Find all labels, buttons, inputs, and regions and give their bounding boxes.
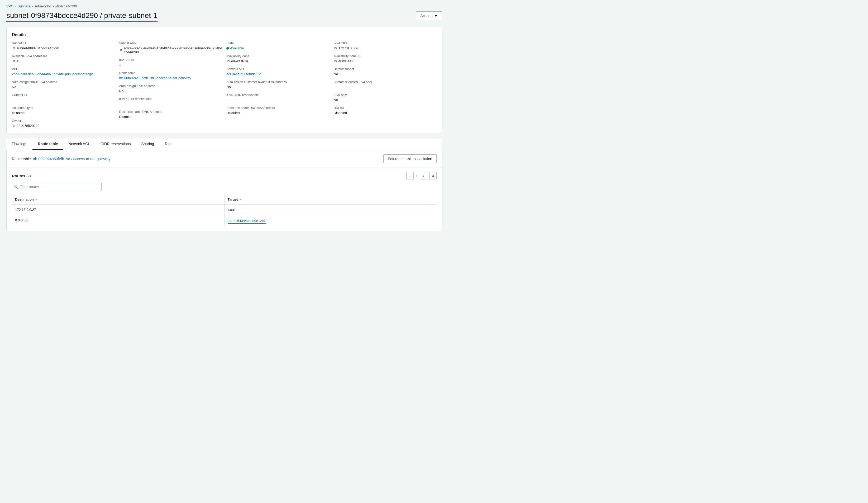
routes-section: Routes (2) ‹ 1 › ⚙ 🔍 (7, 168, 442, 230)
resource-dns-aaaa-label: Resource name DNS AAAA record (226, 106, 330, 110)
auto-assign-ipv6-label: Auto-assign IPv6 address (119, 84, 223, 88)
availability-zone-label: Availability Zone (226, 54, 330, 58)
available-ipv4-item: Available IPv4 addresses ⧉ 10 (12, 54, 115, 63)
target-cell: nat-0e54344cbbd9812e7 (224, 215, 437, 227)
actions-label: Actions (420, 14, 432, 18)
dns64-label: DNS64 (334, 106, 437, 110)
details-grid: Subnet ID ⧉ subnet-0f98734bdcce4d290 Ava… (12, 41, 437, 128)
search-icon: 🔍 (14, 185, 19, 189)
ipv6-cidr-reservations-item: IPv6 CIDR reservations – (226, 93, 330, 102)
default-subnet-item: Default subnet No (334, 67, 437, 76)
tab-network-acl[interactable]: Network ACL (63, 138, 95, 150)
route-table-label: Route table (119, 71, 223, 75)
owner-copy-icon[interactable]: ⧉ (12, 124, 16, 128)
resource-dns-aaaa-item: Resource name DNS AAAA record Disabled (226, 106, 330, 115)
ipv4-cidr-item: IPv4 CIDR ⧉ 172.18.0.0/28 (334, 41, 437, 50)
routes-title: Routes (12, 174, 25, 178)
details-heading: Details (12, 32, 437, 37)
network-acl-link[interactable]: acl-04ba5f56fefbdc63c (226, 72, 261, 76)
route-table-item: Route table rtb-00fa924a80fefb19d | acce… (119, 71, 223, 80)
ipv4-cidr-label: IPv4 CIDR (334, 41, 437, 45)
destination-value: 0.0.0.0/0 (15, 218, 29, 223)
available-ipv4-label: Available IPv4 addresses (12, 54, 115, 58)
tabs-container: Flow logs Route table Network ACL CIDR r… (6, 138, 442, 150)
default-subnet-label: Default subnet (334, 67, 437, 71)
network-acl-item: Network ACL acl-04ba5f56fefbdc63c (226, 67, 330, 76)
available-ipv4-copy-icon[interactable]: ⧉ (12, 59, 16, 63)
route-table-section-link[interactable]: rtb-00fa924a80fefb19d / access-to-nat-ga… (33, 157, 110, 161)
tab-tags[interactable]: Tags (159, 138, 178, 150)
table-row: 172.18.0.0/27local (12, 204, 437, 215)
destination-cell: 172.18.0.0/27 (12, 204, 224, 215)
breadcrumb-vpc-link[interactable]: VPC (6, 4, 13, 8)
ipv6-cidr-reservations-label: IPv6 CIDR reservations (226, 93, 330, 97)
target-cell: local (224, 204, 437, 215)
owner-item: Owner ⧉ 284078529228 (12, 119, 115, 128)
ipv4-cidr-reservations-label: IPv4 CIDR reservations (119, 97, 223, 101)
target-link[interactable]: nat-0e54344cbbd9812e7 (228, 219, 266, 224)
auto-assign-ipv4-item: Auto-assign public IPv4 address No (12, 80, 115, 89)
state-dot-icon (226, 47, 229, 50)
customer-ipv4-pool-item: Customer-owned IPv4 pool – (334, 80, 437, 89)
availability-zone-item: Availability Zone ⧉ eu-west-1a (226, 54, 330, 63)
subnet-arn-item: Subnet ARN ⧉ arn:aws:ec2:eu-west-1:28407… (119, 41, 223, 54)
az-id-copy-icon[interactable]: ⧉ (334, 59, 338, 63)
target-sort-icon: ▼ (239, 198, 241, 201)
actions-button[interactable]: Actions ▼ (416, 11, 442, 20)
tab-flow-logs[interactable]: Flow logs (6, 138, 32, 150)
details-col-4: IPv4 CIDR ⧉ 172.18.0.0/28 Availability Z… (334, 41, 437, 128)
search-input[interactable] (12, 183, 102, 191)
breadcrumb-sep2: › (32, 4, 33, 8)
details-col-2: Subnet ARN ⧉ arn:aws:ec2:eu-west-1:28407… (119, 41, 223, 128)
subnet-id-copy-icon[interactable]: ⧉ (12, 47, 16, 50)
col-header-target: Target ▼ (224, 195, 437, 204)
subnet-arn-copy-icon[interactable]: ⧉ (119, 48, 123, 52)
route-table-section: Route table: rtb-00fa924a80fefb19d / acc… (6, 150, 442, 231)
ipv4-cidr-copy-icon[interactable]: ⧉ (334, 47, 338, 50)
settings-icon: ⚙ (431, 174, 435, 178)
subnet-id-value: ⧉ subnet-0f98734bdcce4d290 (12, 46, 115, 50)
az-copy-icon[interactable]: ⧉ (226, 59, 230, 63)
hostname-type-item: Hostname type IP name (12, 106, 115, 115)
ipv4-cidr-reservations-item: IPv4 CIDR reservations – (119, 97, 223, 106)
auto-assign-ipv6-item: Auto-assign IPv6 address No (119, 84, 223, 93)
routes-table: Destination ▼ Target ▼ 172.18.0 (12, 195, 437, 226)
table-settings-button[interactable]: ⚙ (429, 172, 437, 179)
details-col-1: Subnet ID ⧉ subnet-0f98734bdcce4d290 Ava… (12, 41, 115, 128)
routes-title-container: Routes (2) (12, 174, 31, 178)
edit-route-table-association-button[interactable]: Edit route table association (383, 154, 437, 163)
destination-sort-icon: ▼ (35, 198, 38, 201)
ipv6-only-label: IPv6-only (334, 93, 437, 97)
breadcrumb-current: subnet-0f98734bdcce4d290 (34, 4, 77, 8)
routes-header: Routes (2) ‹ 1 › ⚙ (12, 172, 437, 179)
auto-assign-ipv4-label: Auto-assign public IPv4 address (12, 80, 115, 84)
subnet-id-label: Subnet ID (12, 41, 115, 45)
network-acl-label: Network ACL (226, 67, 330, 71)
breadcrumb-sep1: › (15, 4, 16, 8)
page-header: subnet-0f98734bdcce4d290 / private-subne… (6, 11, 442, 22)
outpost-id-item: Outpost ID – (12, 93, 115, 102)
breadcrumb: VPC › Subnets › subnet-0f98734bdcce4d290 (6, 4, 442, 8)
table-row: 0.0.0.0/0nat-0e54344cbbd9812e7 (12, 215, 437, 227)
breadcrumb-subnets-link[interactable]: Subnets (18, 4, 30, 8)
route-table-link[interactable]: rtb-00fa924a80fefb19d | access-to-nat-ga… (119, 76, 191, 80)
auto-assign-customer-item: Auto-assign customer-owned IPv4 address … (226, 80, 330, 89)
subnet-id-item: Subnet ID ⧉ subnet-0f98734bdcce4d290 (12, 41, 115, 50)
tab-sharing[interactable]: Sharing (136, 138, 159, 150)
tab-route-table[interactable]: Route table (32, 138, 63, 150)
ipv6-cidr-item: IPv6 CIDR – (119, 58, 223, 67)
availability-zone-id-label: Availability Zone ID (334, 54, 437, 58)
pagination-prev-button[interactable]: ‹ (406, 172, 414, 179)
vpc-link[interactable]: vpc-0738edea58dba44bb | private-public-s… (12, 72, 94, 76)
details-card: Details Subnet ID ⧉ subnet-0f98734bdcce4… (6, 27, 442, 133)
route-table-title: Route table: rtb-00fa924a80fefb19d / acc… (12, 157, 111, 161)
pagination-next-button[interactable]: › (420, 172, 427, 179)
pagination-controls: ‹ 1 › ⚙ (406, 172, 437, 179)
destination-cell: 0.0.0.0/0 (12, 215, 224, 227)
col-header-destination: Destination ▼ (12, 195, 224, 204)
owner-label: Owner (12, 119, 115, 123)
tab-cidr-reservations[interactable]: CIDR reservations (95, 138, 136, 150)
subnet-arn-label: Subnet ARN (119, 41, 223, 45)
state-label: State (226, 41, 330, 45)
actions-chevron-icon: ▼ (434, 14, 438, 18)
